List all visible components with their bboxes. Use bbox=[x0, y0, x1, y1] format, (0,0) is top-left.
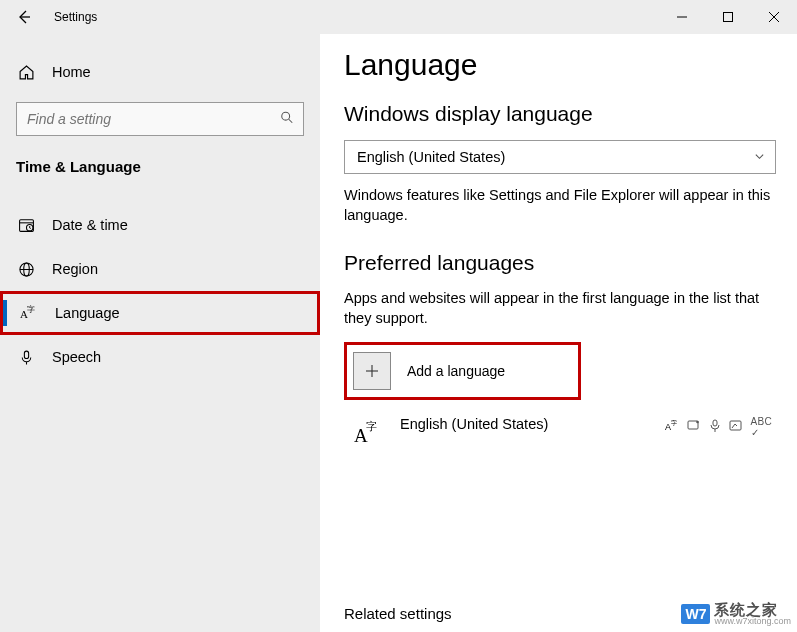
nav-label: Region bbox=[52, 261, 98, 277]
minimize-icon bbox=[677, 12, 687, 22]
back-arrow-icon bbox=[16, 9, 32, 25]
sidebar-item-date-time[interactable]: Date & time bbox=[0, 203, 320, 247]
related-settings-heading: Related settings bbox=[344, 605, 452, 622]
watermark-logo: W7 bbox=[681, 604, 710, 624]
svg-line-3 bbox=[289, 119, 293, 123]
sidebar-item-speech[interactable]: Speech bbox=[0, 335, 320, 379]
back-button[interactable] bbox=[0, 0, 48, 34]
svg-point-2 bbox=[282, 112, 290, 120]
text-to-speech-icon bbox=[687, 419, 701, 436]
svg-point-20 bbox=[696, 420, 699, 423]
page-title: Language bbox=[344, 48, 797, 82]
language-item-label: English (United States) bbox=[400, 414, 665, 432]
sidebar-item-region[interactable]: Region bbox=[0, 247, 320, 291]
plus-icon bbox=[353, 352, 391, 390]
svg-rect-22 bbox=[730, 421, 741, 430]
svg-rect-21 bbox=[713, 420, 717, 426]
language-a-icon: A字 bbox=[19, 304, 39, 322]
minimize-button[interactable] bbox=[659, 0, 705, 34]
close-icon bbox=[769, 12, 779, 22]
add-language-highlight: Add a language bbox=[344, 342, 581, 400]
close-button[interactable] bbox=[751, 0, 797, 34]
nav-label: Speech bbox=[52, 349, 101, 365]
window-controls bbox=[659, 0, 797, 34]
display-language-heading: Windows display language bbox=[344, 102, 797, 126]
preferred-languages-description: Apps and websites will appear in the fir… bbox=[344, 289, 774, 328]
display-language-value: English (United States) bbox=[357, 149, 505, 165]
calendar-clock-icon bbox=[16, 217, 36, 234]
display-language-description: Windows features like Settings and File … bbox=[344, 186, 774, 225]
nav-label: Language bbox=[55, 305, 120, 321]
content-pane: Language Windows display language Englis… bbox=[320, 34, 797, 632]
home-icon bbox=[16, 64, 36, 81]
microphone-icon bbox=[16, 349, 36, 366]
display-language-icon: A字 bbox=[665, 419, 679, 436]
speech-recognition-icon bbox=[709, 419, 721, 436]
sidebar-home-label: Home bbox=[52, 64, 91, 80]
titlebar: Settings bbox=[0, 0, 797, 34]
svg-rect-1 bbox=[724, 13, 733, 22]
sidebar-section-title: Time & Language bbox=[0, 148, 320, 189]
display-language-dropdown[interactable]: English (United States) bbox=[344, 140, 776, 174]
language-feature-icons: A字 ABC✓ bbox=[665, 414, 772, 438]
sidebar-home[interactable]: Home bbox=[0, 50, 320, 94]
sidebar: Home Time & Language Date & time bbox=[0, 34, 320, 632]
watermark-url: www.w7xitong.com bbox=[714, 617, 791, 626]
globe-icon bbox=[16, 261, 36, 278]
chevron-down-icon bbox=[754, 149, 765, 165]
watermark-brand: 系统之家 bbox=[714, 602, 791, 617]
svg-text:字: 字 bbox=[366, 420, 377, 432]
preferred-languages-heading: Preferred languages bbox=[344, 251, 797, 275]
maximize-button[interactable] bbox=[705, 0, 751, 34]
add-language-label: Add a language bbox=[407, 363, 505, 379]
sidebar-item-language[interactable]: A字 Language bbox=[0, 291, 320, 335]
spellcheck-icon: ABC✓ bbox=[751, 416, 772, 438]
handwriting-icon bbox=[729, 419, 743, 436]
maximize-icon bbox=[723, 12, 733, 22]
svg-text:字: 字 bbox=[671, 419, 677, 426]
language-a-icon: A字 bbox=[348, 414, 386, 452]
search-icon bbox=[280, 111, 294, 128]
svg-rect-12 bbox=[24, 351, 28, 358]
search-input[interactable] bbox=[16, 102, 304, 136]
watermark: W7 系统之家 www.w7xitong.com bbox=[681, 602, 791, 626]
svg-text:字: 字 bbox=[27, 305, 35, 314]
nav-label: Date & time bbox=[52, 217, 128, 233]
search-container bbox=[16, 102, 304, 136]
sidebar-nav: Date & time Region A字 Language Speech bbox=[0, 189, 320, 379]
language-item[interactable]: A字 English (United States) A字 ABC✓ bbox=[344, 408, 776, 458]
window-title: Settings bbox=[54, 10, 97, 24]
add-language-button[interactable]: Add a language bbox=[347, 345, 578, 397]
